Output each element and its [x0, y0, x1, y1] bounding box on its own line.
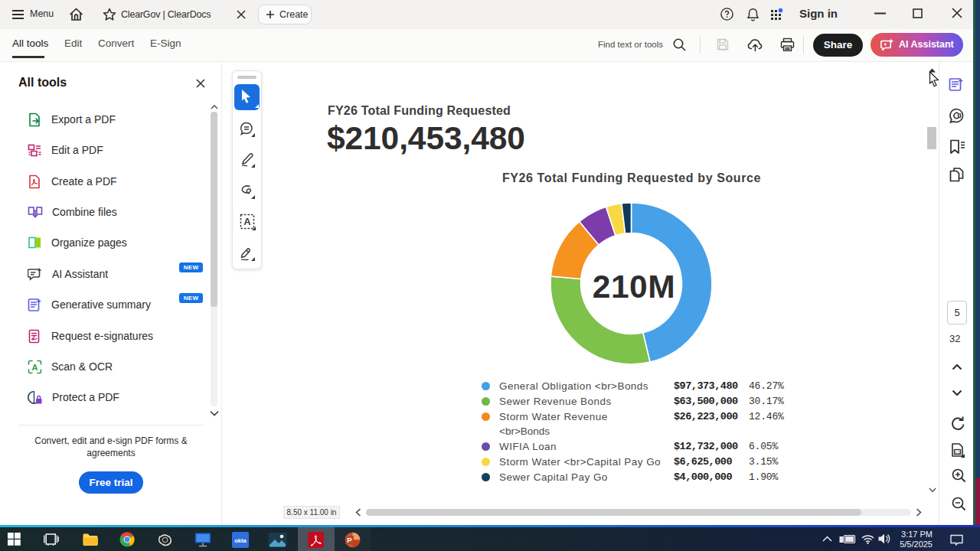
svg-text:P: P — [347, 536, 352, 544]
svg-text:okta: okta — [234, 537, 247, 544]
svg-text:A: A — [243, 216, 251, 227]
svg-text:A: A — [32, 362, 38, 371]
svg-text:1:1: 1:1 — [955, 451, 960, 455]
